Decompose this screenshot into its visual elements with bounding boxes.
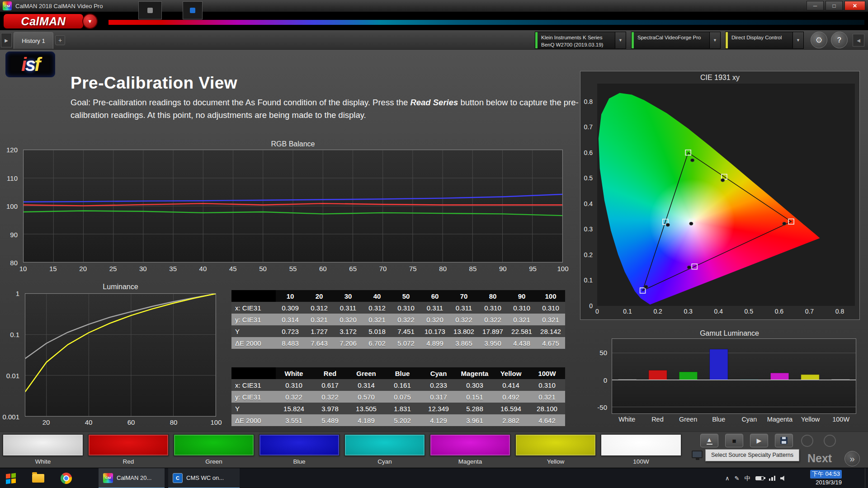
- stop-button[interactable]: ■: [725, 434, 743, 447]
- table-header-row: 102030405060708090100: [231, 290, 565, 302]
- table-cell: 0.310: [478, 302, 507, 314]
- taskbar-app-label: CMS WC on...: [186, 474, 224, 481]
- category-label: Red: [651, 416, 664, 423]
- display-control-button[interactable]: Direct Display Control ▼: [725, 32, 804, 49]
- help-button[interactable]: ?: [831, 32, 848, 48]
- pattern-swatch-green[interactable]: [174, 434, 254, 456]
- add-tab-button[interactable]: +: [55, 35, 65, 45]
- x-tick-label: 20: [79, 265, 87, 272]
- column-header: 60: [420, 290, 449, 302]
- table-cell: 0.317: [420, 391, 457, 403]
- collapse-panel-button[interactable]: ◀: [853, 34, 864, 47]
- y-tick-label: 0.4: [584, 200, 593, 207]
- table-cell: 17.897: [478, 325, 507, 337]
- table-cell: 0.321: [305, 314, 334, 325]
- pattern-up-button[interactable]: ▲: [700, 434, 718, 447]
- pattern-swatch-yellow[interactable]: [515, 434, 596, 456]
- background-window[interactable]: [183, 1, 203, 19]
- row-label: Y: [231, 403, 276, 414]
- table-cell: 7.451: [392, 325, 420, 337]
- source-connection-button[interactable]: SpectraCal VideoForge Pro ▼: [631, 32, 721, 49]
- table-cell: 3.551: [276, 414, 312, 426]
- pattern-label: White: [3, 458, 83, 465]
- pattern-swatch-magenta[interactable]: [430, 434, 510, 456]
- background-window-icon: [147, 8, 153, 13]
- disabled-action-button[interactable]: [824, 435, 836, 447]
- taskbar-file-explorer[interactable]: [27, 468, 49, 488]
- play-button[interactable]: ▶: [750, 434, 768, 447]
- table-cell: 0.310: [392, 302, 420, 314]
- category-label: Magenta: [767, 416, 793, 423]
- table-cell: 0.320: [420, 314, 449, 325]
- grayscale-measurement-table: 102030405060708090100x: CIE310.3090.3120…: [231, 290, 565, 349]
- column-header: Green: [348, 367, 384, 379]
- pattern-label: Blue: [259, 458, 340, 465]
- pattern-label: 100W: [601, 458, 681, 465]
- settings-button[interactable]: ⚙: [811, 32, 827, 48]
- table-cell: 28.100: [529, 403, 565, 414]
- chevron-down-icon[interactable]: ▼: [709, 32, 720, 48]
- x-tick-label: 50: [259, 265, 267, 272]
- pattern-swatch-100w[interactable]: [601, 434, 681, 456]
- table-cell: 0.321: [529, 391, 565, 403]
- x-tick-label: 100: [557, 265, 568, 272]
- tray-chevron-icon[interactable]: ∧: [725, 475, 730, 482]
- tooltip: Select Source Specialty Patterns: [705, 449, 799, 461]
- close-button[interactable]: ✕: [844, 1, 865, 10]
- taskbar-cms-app[interactable]: C CMS WC on...: [168, 468, 240, 488]
- pattern-swatch-blue[interactable]: [259, 434, 340, 456]
- luminance-x-axis: 20406080100: [25, 418, 216, 427]
- chevron-down-icon[interactable]: ▼: [793, 32, 803, 48]
- row-label: ΔE 2000: [231, 337, 276, 349]
- gamut-luminance-x-axis: WhiteRedGreenBlueCyanMagentaYellow100W: [612, 416, 856, 424]
- tray-pen-icon[interactable]: ✎: [735, 475, 740, 482]
- taskbar-calman-app[interactable]: CM CalMAN 20...: [99, 468, 165, 488]
- x-tick-label: 0.4: [714, 308, 723, 315]
- cie-x-axis: 00.10.20.30.40.50.60.70.8: [597, 308, 855, 315]
- x-tick-label: 45: [229, 265, 237, 272]
- y-tick-label: 50: [599, 349, 607, 357]
- clock-date: 2019/3/19: [816, 479, 842, 487]
- save-button[interactable]: [775, 434, 793, 447]
- taskbar-chrome[interactable]: [55, 468, 77, 488]
- table-cell: 12.349: [420, 403, 457, 414]
- x-tick-label: 25: [109, 265, 117, 272]
- meter-text: Klein Instruments K Series BenQ W2700 (2…: [538, 32, 615, 48]
- y-tick-label: 0.1: [10, 330, 19, 338]
- start-button[interactable]: [0, 468, 22, 488]
- maximize-button[interactable]: □: [826, 1, 843, 10]
- table-cell: 0.617: [312, 379, 348, 391]
- chevron-down-icon[interactable]: ▼: [615, 32, 626, 48]
- tray-volume-icon[interactable]: [780, 475, 787, 481]
- show-desktop-button[interactable]: [865, 468, 868, 488]
- tab-history-1[interactable]: History 1: [14, 32, 53, 49]
- x-tick-label: 40: [85, 418, 93, 426]
- x-tick-label: 55: [289, 265, 297, 272]
- save-icon: [780, 437, 788, 444]
- history-nav-button[interactable]: ▶: [1, 33, 12, 47]
- rgb-balance-chart: [23, 150, 563, 263]
- meter-connection-button[interactable]: Klein Instruments K Series BenQ W2700 (2…: [535, 32, 626, 49]
- table-cell: 0.310: [529, 379, 565, 391]
- next-button[interactable]: »: [844, 451, 860, 466]
- tray-network-icon[interactable]: [769, 476, 776, 481]
- background-window[interactable]: [138, 1, 162, 19]
- x-tick-label: 30: [139, 265, 147, 272]
- table-cell: 5.072: [392, 337, 420, 349]
- tray-battery-icon[interactable]: [755, 476, 764, 480]
- brand-menu-button[interactable]: ▼: [82, 14, 98, 29]
- pattern-swatch-red[interactable]: [88, 434, 169, 456]
- table-row: Y0.7231.7273.1725.0187.45110.17313.80217…: [231, 325, 565, 337]
- minimize-button[interactable]: ─: [807, 1, 824, 10]
- pattern-swatch-cyan[interactable]: [344, 434, 425, 456]
- taskbar-clock[interactable]: 下午 04:53 2019/3/19: [810, 468, 842, 488]
- table-cell: 0.311: [449, 302, 478, 314]
- table-cell: 0.321: [363, 314, 392, 325]
- pattern-swatch-white[interactable]: [3, 434, 83, 456]
- tray-ime-icon[interactable]: 中: [745, 474, 750, 483]
- x-tick-label: 0.5: [745, 308, 753, 315]
- row-label: y: CIE31: [231, 391, 276, 403]
- disabled-action-button[interactable]: [801, 435, 813, 447]
- column-header: White: [276, 367, 312, 379]
- pattern-label: Red: [88, 458, 169, 465]
